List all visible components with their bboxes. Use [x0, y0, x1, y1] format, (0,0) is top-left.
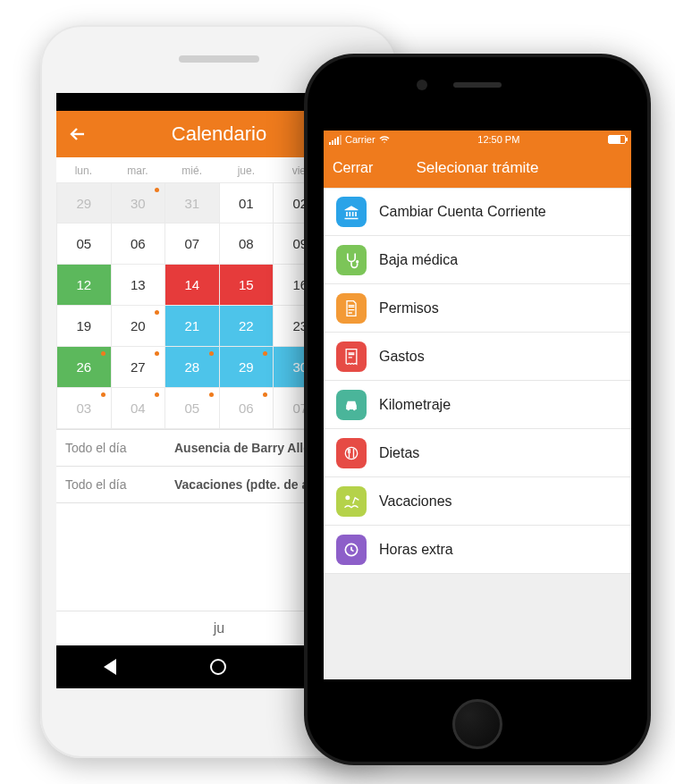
list-item[interactable]: Kilometraje — [324, 381, 631, 429]
meal-icon — [336, 438, 367, 468]
calendar-day-number: 27 — [131, 359, 146, 375]
bank-icon — [336, 197, 367, 227]
calendar-cell[interactable]: 05 — [165, 388, 220, 429]
calendar-cell[interactable]: 31 — [165, 182, 220, 223]
calendar-day-number: 26 — [76, 359, 91, 375]
calendar-day-number: 29 — [76, 196, 91, 211]
calendar-day-number: 19 — [76, 318, 91, 333]
calendar-cell[interactable]: 30 — [112, 182, 166, 223]
list-item[interactable]: Cambiar Cuenta Corriente — [324, 188, 631, 236]
svg-point-1 — [347, 408, 350, 410]
calendar-cell[interactable]: 21 — [165, 306, 220, 347]
calendar-day-number: 28 — [184, 359, 199, 375]
calendar-cell[interactable]: 29 — [56, 182, 112, 223]
car-icon — [336, 390, 367, 420]
calendar-cell[interactable]: 06 — [112, 223, 166, 265]
calendar-cell[interactable]: 28 — [165, 347, 220, 388]
list-item[interactable]: Horas extra — [324, 526, 631, 574]
calendar-day-number: 05 — [76, 236, 91, 251]
list-item-label: Dietas — [379, 445, 419, 461]
calendar-cell[interactable]: 07 — [165, 223, 220, 265]
calendar-cell[interactable]: 08 — [220, 223, 274, 265]
svg-point-2 — [353, 408, 356, 410]
iphone-speaker — [453, 82, 502, 88]
event-dot-icon — [263, 351, 267, 356]
calendar-cell[interactable]: 26 — [56, 347, 112, 388]
list-item[interactable]: Dietas — [324, 429, 631, 477]
calendar-day-number: 22 — [239, 318, 254, 333]
calendar-cell[interactable]: 22 — [220, 306, 274, 347]
list-item-label: Kilometraje — [379, 397, 451, 413]
calendar-cell[interactable]: 01 — [220, 182, 274, 223]
list-item-label: Gastos — [379, 349, 425, 365]
list-item[interactable]: Baja médica — [324, 236, 631, 284]
battery-icon — [608, 135, 626, 144]
calendar-cell[interactable]: 12 — [56, 265, 112, 306]
calendar-day-number: 31 — [184, 196, 199, 211]
wifi-icon — [379, 135, 390, 144]
calendar-cell[interactable]: 19 — [56, 306, 112, 347]
back-button[interactable] — [65, 122, 90, 147]
event-dot-icon — [155, 351, 159, 356]
calendar-day-number: 05 — [184, 400, 199, 416]
signal-icon — [329, 135, 342, 145]
sheet-icon — [336, 293, 367, 324]
iphone-camera — [417, 80, 427, 90]
calendar-cell[interactable]: 05 — [56, 223, 112, 265]
event-dot-icon — [209, 351, 214, 356]
calendar-day-number: 01 — [239, 196, 254, 211]
list-item-label: Permisos — [379, 300, 439, 316]
calendar-cell[interactable]: 29 — [220, 347, 274, 388]
list-item[interactable]: Permisos — [324, 284, 631, 333]
calendar-day-number: 20 — [131, 318, 146, 333]
nav-home-button[interactable] — [210, 659, 226, 675]
appbar-title: Calendario — [172, 122, 266, 146]
calendar-day-number: 14 — [184, 277, 199, 292]
stethoscope-icon — [336, 245, 367, 275]
list-item-label: Horas extra — [379, 542, 453, 558]
appbar-title: Selecionar trámite — [416, 159, 538, 177]
event-time: Todo el día — [65, 441, 164, 455]
iphone-screen: Carrier 12:50 PM Cerrar Selecionar trámi… — [324, 131, 631, 679]
calendar-day-number: 29 — [239, 359, 254, 375]
calendar-day-number: 03 — [76, 400, 91, 416]
day-header: jue. — [219, 157, 274, 182]
calendar-day-number: 06 — [239, 400, 254, 416]
back-arrow-icon — [67, 123, 89, 145]
ios-appbar: Cerrar Selecionar trámite — [324, 148, 631, 188]
calendar-cell[interactable]: 14 — [165, 265, 220, 306]
carrier-label: Carrier — [345, 134, 375, 145]
nav-back-button[interactable] — [104, 659, 116, 675]
event-dot-icon — [155, 392, 159, 397]
svg-point-3 — [345, 447, 357, 459]
event-dot-icon — [155, 310, 159, 315]
tramite-list: Cambiar Cuenta CorrienteBaja médicaPermi… — [324, 188, 631, 574]
event-dot-icon — [101, 351, 105, 356]
list-item[interactable]: Vacaciones — [324, 477, 631, 526]
calendar-cell[interactable]: 27 — [112, 347, 166, 388]
event-dot-icon — [155, 188, 159, 192]
calendar-cell[interactable]: 03 — [56, 388, 112, 429]
list-item[interactable]: Gastos — [324, 333, 631, 381]
android-speaker — [179, 55, 259, 63]
svg-point-4 — [345, 495, 350, 500]
day-header: lun. — [56, 157, 111, 182]
statusbar-time: 12:50 PM — [477, 134, 519, 145]
clock-icon — [336, 535, 367, 565]
calendar-cell[interactable]: 04 — [112, 388, 166, 429]
calendar-cell[interactable]: 06 — [220, 388, 274, 429]
event-dot-icon — [263, 392, 267, 397]
day-header: mar. — [111, 157, 165, 182]
ios-statusbar: Carrier 12:50 PM — [324, 131, 631, 148]
calendar-day-number: 07 — [184, 236, 199, 251]
event-dot-icon — [209, 392, 214, 397]
calendar-cell[interactable]: 13 — [112, 265, 166, 306]
calendar-day-number: 21 — [184, 318, 199, 333]
close-button[interactable]: Cerrar — [333, 160, 373, 176]
calendar-cell[interactable]: 15 — [220, 265, 274, 306]
calendar-cell[interactable]: 20 — [112, 306, 166, 347]
home-button[interactable] — [452, 699, 502, 749]
list-item-label: Cambiar Cuenta Corriente — [379, 204, 546, 220]
calendar-day-number: 12 — [76, 277, 91, 292]
iphone-frame: Carrier 12:50 PM Cerrar Selecionar trámi… — [304, 54, 651, 765]
